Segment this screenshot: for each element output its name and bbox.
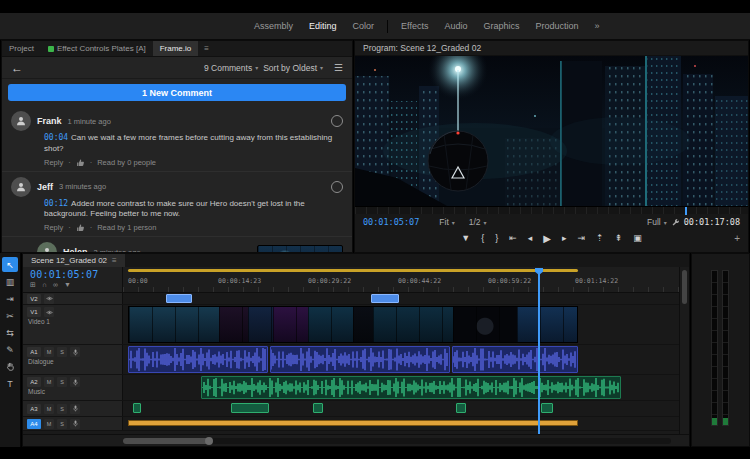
razor-tool[interactable]: ✂ xyxy=(2,308,18,323)
track-content-v1[interactable] xyxy=(123,305,679,344)
track-content-a2[interactable] xyxy=(123,375,679,400)
track-target-v1[interactable]: V1 xyxy=(27,307,41,317)
reply-button[interactable]: Reply xyxy=(44,158,63,167)
comment-timecode-link[interactable]: 00:04 xyxy=(44,133,68,142)
workspace-tab-assembly[interactable]: Assembly xyxy=(246,13,301,39)
solo-button[interactable]: S xyxy=(57,419,67,429)
sequence-tab[interactable]: Scene 12_Graded 02 ≡ xyxy=(23,254,125,267)
audio-clip-ambience[interactable] xyxy=(128,420,578,426)
resolve-toggle[interactable] xyxy=(331,181,343,193)
audio-clip-sfx[interactable] xyxy=(456,403,466,413)
panel-menu-icon[interactable]: ≡ xyxy=(112,256,117,265)
workspace-tab-audio[interactable]: Audio xyxy=(436,13,475,39)
audio-clip-dialogue[interactable] xyxy=(270,346,450,373)
timeline-ruler[interactable]: 00:00 00:00:14:23 00:00:29:22 00:00:44:2… xyxy=(123,267,679,293)
step-back-button[interactable]: ◂ xyxy=(528,233,533,243)
comments-count-dropdown[interactable]: 9 Comments ▾ xyxy=(204,63,258,73)
mute-button[interactable]: M xyxy=(44,347,54,357)
zoom-handle[interactable] xyxy=(205,437,213,445)
go-to-in-button[interactable]: ⇤ xyxy=(509,233,517,243)
sort-dropdown[interactable]: Sort by Oldest ▾ xyxy=(263,63,323,73)
button-editor-plus[interactable]: + xyxy=(734,233,740,244)
solo-button[interactable]: S xyxy=(57,347,67,357)
tab-frameio[interactable]: Frame.io xyxy=(153,41,199,56)
nest-toggle-icon[interactable]: ⊞ xyxy=(30,281,36,289)
program-video-frame[interactable] xyxy=(355,56,748,206)
workspace-tab-editing[interactable]: Editing xyxy=(301,13,345,39)
panel-menu-icon[interactable]: ≡ xyxy=(200,41,213,56)
track-output-toggle-icon[interactable] xyxy=(44,294,54,304)
selection-tool[interactable]: ↖ xyxy=(2,257,18,272)
audio-clip-sfx[interactable] xyxy=(231,403,269,413)
solo-button[interactable]: S xyxy=(57,404,67,414)
video-clip-filmstrip[interactable] xyxy=(128,306,578,343)
tab-effect-controls[interactable]: Effect Controls Plates [A] xyxy=(41,41,153,56)
like-button[interactable] xyxy=(76,158,85,167)
track-target-a1[interactable]: A1 xyxy=(27,347,41,357)
workspace-overflow-button[interactable]: » xyxy=(587,13,608,39)
reply-button[interactable]: Reply xyxy=(44,223,63,232)
scrollbar-handle[interactable] xyxy=(682,270,687,304)
video-clip[interactable] xyxy=(371,294,399,303)
slip-tool[interactable]: ⇆ xyxy=(2,325,18,340)
export-frame-button[interactable]: ▣ xyxy=(633,233,642,243)
tab-project[interactable]: Project xyxy=(2,41,41,56)
play-button[interactable]: ▶ xyxy=(543,233,551,244)
resolve-toggle[interactable] xyxy=(331,115,343,127)
snap-toggle-icon[interactable]: ∩ xyxy=(42,281,47,289)
audio-clip-sfx[interactable] xyxy=(133,403,141,413)
add-marker-icon[interactable]: ▼ xyxy=(64,281,71,289)
playhead-line[interactable] xyxy=(538,274,540,434)
audio-clip-sfx[interactable] xyxy=(313,403,323,413)
voiceover-mic-icon[interactable] xyxy=(70,404,80,414)
track-output-toggle-icon[interactable] xyxy=(44,307,54,317)
voiceover-mic-icon[interactable] xyxy=(70,347,80,357)
workspace-tab-production[interactable]: Production xyxy=(527,13,586,39)
audio-clip-sfx[interactable] xyxy=(541,403,553,413)
program-mini-timeline[interactable] xyxy=(355,206,748,214)
track-select-tool[interactable]: ▥ xyxy=(2,274,18,289)
mark-out-button[interactable]: } xyxy=(495,233,498,243)
track-content-a4[interactable] xyxy=(123,417,679,430)
comment-item-frank[interactable]: Frank 1 minute ago 00:04Can we wait a fe… xyxy=(2,106,352,172)
work-area-bar[interactable] xyxy=(128,269,578,272)
go-to-out-button[interactable]: ⇥ xyxy=(578,233,586,243)
workspace-tab-graphics[interactable]: Graphics xyxy=(475,13,527,39)
back-icon[interactable]: ← xyxy=(11,62,23,74)
mark-in-button[interactable]: { xyxy=(481,233,484,243)
timeline-current-timecode[interactable]: 00:01:05:07 xyxy=(30,269,122,280)
solo-button[interactable]: S xyxy=(57,377,67,387)
new-comment-banner[interactable]: 1 New Comment xyxy=(8,84,346,101)
comment-timecode-link[interactable]: 00:12 xyxy=(44,199,68,208)
linked-selection-icon[interactable]: ∞ xyxy=(53,281,58,289)
comment-item-jeff[interactable]: Jeff 3 minutes ago 00:12Added more contr… xyxy=(2,172,352,238)
vertical-scrollbar[interactable] xyxy=(679,267,689,434)
track-content-a3[interactable] xyxy=(123,401,679,416)
track-target-a3[interactable]: A3 xyxy=(27,404,41,414)
filter-icon[interactable]: ☰ xyxy=(334,62,343,73)
voiceover-mic-icon[interactable] xyxy=(70,377,80,387)
audio-clip-music[interactable] xyxy=(201,376,621,399)
mute-button[interactable]: M xyxy=(44,404,54,414)
horizontal-scrollbar[interactable] xyxy=(123,438,671,444)
track-target-v2[interactable]: V2 xyxy=(27,294,41,304)
video-clip[interactable] xyxy=(166,294,192,303)
mute-button[interactable]: M xyxy=(44,419,54,429)
comment-video-thumbnail[interactable] xyxy=(257,245,343,253)
audio-clip-dialogue[interactable] xyxy=(452,346,578,373)
step-forward-button[interactable]: ▸ xyxy=(562,233,567,243)
workspace-tab-effects[interactable]: Effects xyxy=(393,13,436,39)
comment-item-helen[interactable]: Helen 2 minutes ago Agree completely! 👍 … xyxy=(2,237,352,253)
lift-button[interactable]: ⇡ xyxy=(596,233,604,243)
ripple-edit-tool[interactable]: ⇥ xyxy=(2,291,18,306)
add-marker-button[interactable]: ▼ xyxy=(461,233,470,243)
extract-button[interactable]: ⇞ xyxy=(615,233,623,243)
track-content-a1[interactable] xyxy=(123,345,679,374)
track-content-v2[interactable] xyxy=(123,293,679,304)
like-button[interactable] xyxy=(76,223,85,232)
audio-clip-dialogue[interactable] xyxy=(128,346,268,373)
mute-button[interactable]: M xyxy=(44,377,54,387)
workspace-tab-color[interactable]: Color xyxy=(345,13,383,39)
hand-tool[interactable] xyxy=(2,359,18,374)
voiceover-mic-icon[interactable] xyxy=(70,419,80,429)
